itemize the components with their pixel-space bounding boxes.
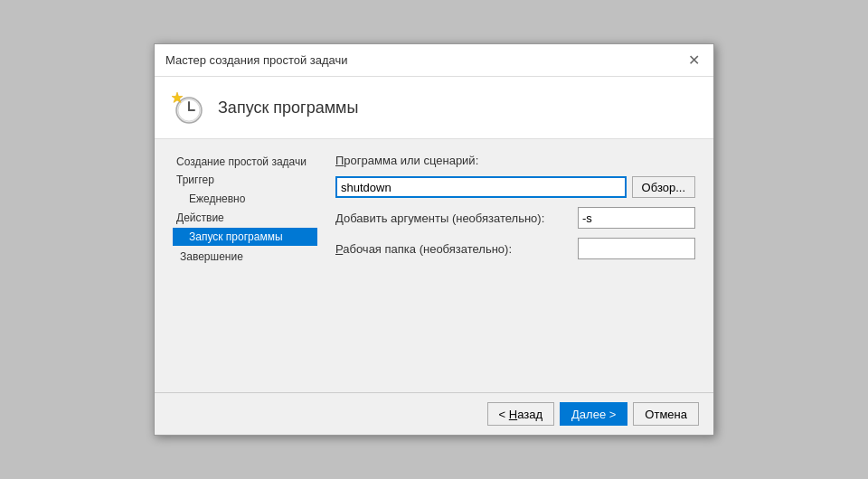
program-label-rest: рограмма или сценарий: (344, 154, 478, 167)
titlebar: Мастер создания простой задачи ✕ (155, 44, 713, 77)
browse-button[interactable]: Обзор... (632, 176, 695, 198)
sidebar-item-launch: Запуск программы (173, 228, 317, 246)
cancel-button[interactable]: Отмена (633, 402, 699, 426)
sidebar: Создание простой задачи Триггер Ежедневн… (173, 154, 317, 378)
program-label-p-underline: П (335, 154, 344, 167)
args-input[interactable] (578, 207, 695, 229)
header-icon (169, 89, 205, 126)
back-button[interactable]: < Назад (487, 402, 554, 426)
main-content: Создание простой задачи Триггер Ежедневн… (155, 139, 713, 392)
next-label-rest: алее > (580, 408, 616, 421)
header-section: Запуск программы (155, 77, 713, 139)
folder-row: Рабочая папка (необязательно): (335, 238, 695, 259)
task-icon-svg (170, 90, 204, 125)
sidebar-section-action: Действие (173, 210, 317, 226)
args-label: Добавить аргументы (необязательно): (335, 211, 571, 225)
dialog-title: Мастер создания простой задачи (165, 53, 348, 67)
footer: < Назад Далее > Отмена (155, 392, 713, 435)
folder-label-rest: абочая папка (необязательно): (343, 242, 512, 256)
folder-input[interactable] (578, 238, 695, 259)
form-area: Программа или сценарий: Обзор... Добавит… (335, 154, 695, 378)
folder-label: Рабочая папка (необязательно): (335, 242, 571, 256)
back-label-rest: азад (517, 408, 542, 421)
back-underline: Н (509, 408, 517, 421)
args-row: Добавить аргументы (необязательно): (335, 207, 695, 229)
close-button[interactable]: ✕ (684, 52, 703, 70)
next-underline: Д (571, 408, 580, 421)
sidebar-section-trigger: Триггер (173, 172, 317, 188)
program-input-row: Обзор... (335, 176, 695, 198)
header-title: Запуск программы (218, 99, 358, 117)
sidebar-item-finish: Завершение (173, 248, 317, 266)
folder-label-r-underline: Р (335, 242, 343, 256)
next-button[interactable]: Далее > (560, 402, 627, 426)
program-input[interactable] (335, 176, 627, 198)
dialog-window: Мастер создания простой задачи ✕ Запуск … (154, 43, 714, 436)
sidebar-item-daily: Ежедневно (173, 190, 317, 208)
program-label: Программа или сценарий: (335, 154, 695, 167)
sidebar-section-create: Создание простой задачи (173, 154, 317, 170)
program-label-row: Программа или сценарий: (335, 154, 695, 167)
